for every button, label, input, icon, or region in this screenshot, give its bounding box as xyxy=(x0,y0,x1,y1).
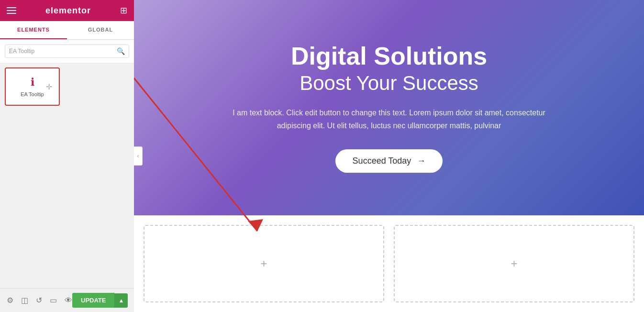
grid-icon[interactable]: ⊞ xyxy=(120,5,127,16)
layers-icon[interactable]: ◫ xyxy=(21,296,28,305)
search-input[interactable] xyxy=(9,48,117,55)
collapse-icon: ‹ xyxy=(137,153,139,159)
hamburger-icon[interactable] xyxy=(7,7,16,14)
settings-icon[interactable]: ⚙ xyxy=(7,296,13,305)
responsive-icon[interactable]: ▭ xyxy=(50,296,57,305)
tab-elements[interactable]: ELEMENTS xyxy=(0,21,67,39)
add-element-icon-left: + xyxy=(260,257,267,270)
cta-arrow-icon: → xyxy=(417,156,425,166)
add-element-icon-right: + xyxy=(511,257,517,270)
hero-subtitle: Boost Your Success xyxy=(300,72,478,95)
bottom-section: + + xyxy=(134,215,644,312)
tooltip-label: EA Tooltip xyxy=(21,91,44,97)
tooltip-icon: ℹ xyxy=(31,76,34,89)
move-icon: ✛ xyxy=(46,82,52,91)
panel-header: elementor ⊞ xyxy=(0,0,134,21)
hero-body-text: I am text block. Click edit button to ch… xyxy=(222,106,556,132)
update-button[interactable]: UPDATE xyxy=(72,293,114,308)
search-icon[interactable]: 🔍 xyxy=(117,47,125,55)
drop-zone-right[interactable]: + xyxy=(394,225,634,302)
hero-section: Digital Solutions Boost Your Success I a… xyxy=(134,0,644,215)
history-icon[interactable]: ↺ xyxy=(36,296,42,305)
collapse-panel-button[interactable]: ‹ xyxy=(134,146,143,166)
update-btn-group: UPDATE ▲ xyxy=(72,293,128,308)
tab-global[interactable]: GLOBAL xyxy=(67,21,134,39)
left-panel: elementor ⊞ ELEMENTS GLOBAL 🔍 ℹ EA Toolt… xyxy=(0,0,134,312)
cta-label: Succeed Today xyxy=(353,156,411,166)
canvas-area: Digital Solutions Boost Your Success I a… xyxy=(134,0,644,312)
hero-cta-button[interactable]: Succeed Today → xyxy=(335,149,443,173)
elementor-logo: elementor xyxy=(45,6,91,16)
footer-icons: ⚙ ◫ ↺ ▭ 👁 xyxy=(7,296,72,305)
search-bar: 🔍 xyxy=(0,40,134,63)
preview-icon[interactable]: 👁 xyxy=(65,296,72,305)
panel-footer: ⚙ ◫ ↺ ▭ 👁 UPDATE ▲ xyxy=(0,288,134,312)
panel-tabs: ELEMENTS GLOBAL xyxy=(0,21,134,40)
elements-grid: ℹ EA Tooltip ✛ xyxy=(0,63,134,111)
drop-zone-left[interactable]: + xyxy=(144,225,384,302)
hero-title: Digital Solutions xyxy=(291,43,487,70)
update-dropdown-button[interactable]: ▲ xyxy=(114,293,128,308)
ea-tooltip-widget[interactable]: ℹ EA Tooltip ✛ xyxy=(5,67,60,106)
